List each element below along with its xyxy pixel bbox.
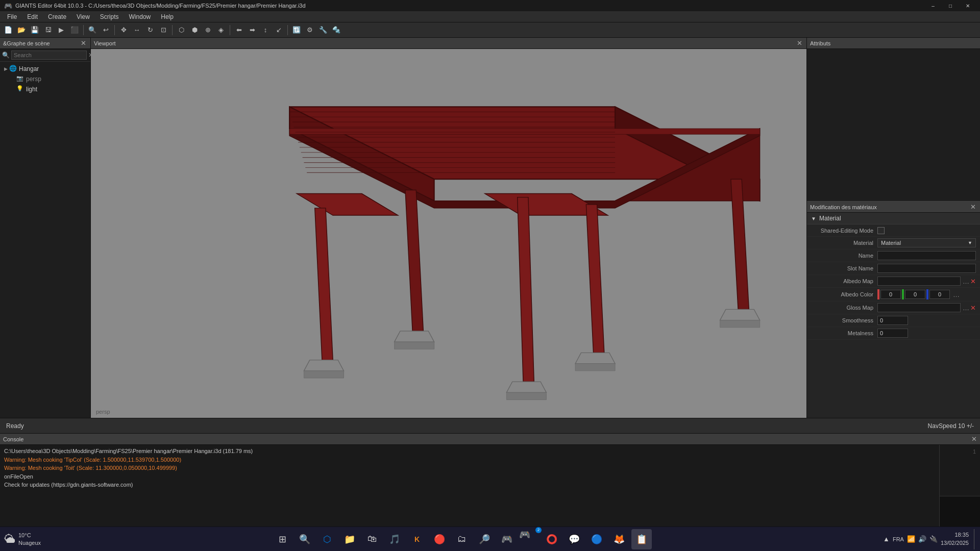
menu-help[interactable]: Help (156, 12, 179, 21)
albedo-color-g-input[interactable] (905, 290, 925, 299)
taskbar-games[interactable]: 🎮 (497, 529, 517, 549)
tb-btn17[interactable]: ⬅ (233, 24, 245, 36)
tb-btn22[interactable]: ⚙ (304, 24, 316, 36)
tb-btn21[interactable]: 🔃 (290, 24, 303, 36)
taskbar-app10[interactable]: ⭕ (542, 529, 562, 549)
tb-btn20[interactable]: ↙ (273, 24, 285, 36)
slot-name-input[interactable] (877, 264, 976, 273)
taskbar-xbox[interactable]: 🎮 2 (519, 529, 540, 549)
new-button[interactable]: 📄 (2, 24, 14, 36)
tb-btn6[interactable]: ⬛ (68, 24, 81, 36)
svg-marker-16 (575, 353, 615, 363)
shared-editing-checkbox[interactable] (877, 227, 885, 234)
save-button[interactable]: 💾 (29, 24, 41, 36)
taskbar-search2[interactable]: 🔎 (474, 529, 495, 549)
viewport-close[interactable]: ✕ (795, 39, 803, 47)
console-close[interactable]: ✕ (971, 435, 977, 443)
menu-scripts[interactable]: Scripts (95, 12, 124, 21)
material-dropdown[interactable]: Material ▼ (877, 238, 976, 247)
taskbar-spotify[interactable]: 🎵 (384, 529, 405, 549)
tb-btn24[interactable]: 🔩 (330, 24, 342, 36)
menu-view[interactable]: View (71, 12, 95, 21)
console-output: C:\Users\theoa\3D Objects\Modding\Farmin… (0, 445, 939, 527)
metalness-input[interactable] (877, 329, 908, 338)
taskbar-kobo[interactable]: K (407, 529, 427, 549)
tb-btn8[interactable]: ↩ (100, 24, 112, 36)
menu-create[interactable]: Create (43, 12, 71, 21)
show-desktop[interactable] (974, 529, 976, 549)
tb-btn7[interactable]: 🔍 (86, 24, 99, 36)
menu-edit[interactable]: Edit (22, 12, 43, 21)
tb-btn23[interactable]: 🔧 (317, 24, 329, 36)
volume-icon[interactable]: 🔊 (918, 535, 926, 543)
taskbar-chevron-up[interactable]: ▲ (883, 535, 890, 543)
menu-window[interactable]: Window (124, 12, 156, 21)
save-as-button[interactable]: 🖫 (42, 24, 54, 36)
viewport-canvas[interactable]: persp (91, 49, 806, 418)
start-button[interactable]: ⊞ (272, 529, 292, 549)
metalness-value (877, 329, 976, 338)
albedo-color-browse[interactable]: … (953, 291, 960, 298)
gloss-map-clear[interactable]: ✕ (970, 304, 976, 312)
albedo-map-input[interactable] (877, 277, 961, 286)
albedo-map-value: … ✕ (877, 277, 976, 286)
tree-item-persp[interactable]: 📷 persp (0, 74, 90, 84)
svg-marker-17 (575, 364, 615, 371)
taskbar-explorer[interactable]: 📁 (339, 529, 360, 549)
scene-panel-title: &Graphe de scène (3, 40, 79, 46)
mat-row-metalness: Metalness (807, 327, 980, 340)
taskbar-giants[interactable]: 📋 (631, 529, 652, 549)
menu-file[interactable]: File (2, 12, 22, 21)
wifi-icon[interactable]: 📶 (907, 535, 915, 543)
taskbar-discord[interactable]: 💬 (564, 529, 584, 549)
material-select-label: Material (811, 240, 877, 246)
taskbar-edge[interactable]: ⬡ (317, 529, 337, 549)
taskbar: 🌥 10°C Nuageux ⊞ 🔍 ⬡ 📁 🛍 🎵 K 🔴 🗂 🔎 🎮 🎮 2… (0, 527, 980, 551)
minimize-button[interactable]: – (925, 0, 941, 11)
material-section-header[interactable]: ▼ Material (807, 213, 980, 224)
name-input[interactable] (877, 251, 976, 260)
gloss-map-value: … ✕ (877, 303, 976, 312)
albedo-map-clear[interactable]: ✕ (970, 278, 976, 285)
taskbar-firefox[interactable]: 🦊 (609, 529, 629, 549)
taskbar-explorer2[interactable]: 🗂 (452, 529, 472, 549)
tb-btn18[interactable]: ➡ (246, 24, 258, 36)
svg-marker-22 (506, 382, 546, 392)
move-tool[interactable]: ↔ (131, 24, 143, 36)
tb-btn19[interactable]: ↕ (259, 24, 272, 36)
tb-btn5[interactable]: ▶ (55, 24, 67, 36)
material-panel-close[interactable]: ✕ (969, 203, 977, 211)
viewport-panel: Viewport ✕ (91, 38, 806, 418)
scene-panel-close[interactable]: ✕ (79, 39, 87, 47)
tree-item-light[interactable]: 💡 light (0, 84, 90, 94)
tb-btn16[interactable]: ◈ (215, 24, 227, 36)
hangar-group-icon: 🌐 (9, 65, 17, 73)
smoothness-input[interactable] (877, 316, 908, 325)
gloss-map-browse[interactable]: … (963, 304, 969, 312)
material-dropdown-arrow: ▼ (968, 240, 972, 245)
tb-btn15[interactable]: ⊕ (202, 24, 214, 36)
attribs-body (807, 49, 980, 201)
rotate-tool[interactable]: ↻ (144, 24, 156, 36)
gloss-map-input[interactable] (877, 303, 961, 312)
scene-search-input[interactable] (11, 51, 87, 60)
taskbar-app11[interactable]: 🔵 (586, 529, 607, 549)
smoothness-value (877, 316, 976, 325)
albedo-color-r-input[interactable] (880, 290, 901, 299)
taskbar-store[interactable]: 🛍 (362, 529, 382, 549)
select-tool[interactable]: ✥ (117, 24, 130, 36)
albedo-map-browse[interactable]: … (963, 278, 969, 285)
tb-btn14[interactable]: ⬢ (188, 24, 201, 36)
tree-item-hangar[interactable]: ▶ 🌐 Hangar (0, 64, 90, 74)
open-button[interactable]: 📂 (15, 24, 28, 36)
close-button[interactable]: ✕ (960, 0, 976, 11)
shared-editing-value (877, 227, 976, 234)
clock[interactable]: 18:35 13/02/2025 (941, 531, 969, 547)
maximize-button[interactable]: □ (942, 0, 959, 11)
tb-btn13[interactable]: ⬡ (175, 24, 187, 36)
scale-tool[interactable]: ⊡ (157, 24, 169, 36)
albedo-color-b-input[interactable] (929, 290, 950, 299)
battery-icon[interactable]: 🔌 (929, 535, 938, 543)
taskbar-app7[interactable]: 🔴 (429, 529, 450, 549)
taskbar-search[interactable]: 🔍 (295, 529, 315, 549)
